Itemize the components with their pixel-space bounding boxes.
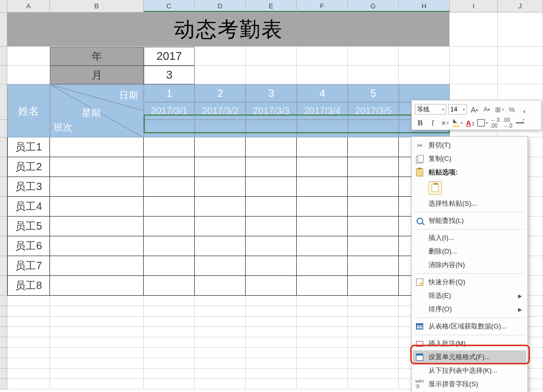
menu-quick-analysis[interactable]: 快速分析(Q): [413, 275, 526, 289]
fill-color-button[interactable]: ▾: [452, 118, 463, 128]
cell[interactable]: [297, 276, 348, 296]
cell[interactable]: [297, 296, 348, 306]
cell[interactable]: [246, 236, 297, 256]
cell[interactable]: [246, 217, 297, 236]
cell[interactable]: [50, 217, 144, 236]
cell[interactable]: [348, 327, 399, 337]
day-number[interactable]: 2: [195, 84, 246, 102]
cell[interactable]: [7, 306, 50, 317]
day-number[interactable]: 3: [246, 84, 297, 102]
cell[interactable]: [7, 348, 50, 358]
cell[interactable]: [297, 306, 348, 317]
cell[interactable]: [195, 256, 246, 276]
cell[interactable]: [50, 296, 144, 306]
col-header-I[interactable]: I: [450, 0, 498, 12]
paste-option-button[interactable]: [428, 181, 442, 195]
cell[interactable]: [297, 358, 348, 369]
cell[interactable]: [144, 379, 195, 389]
cell[interactable]: [50, 348, 144, 358]
cell[interactable]: [246, 358, 297, 369]
col-header-A[interactable]: A: [7, 0, 50, 12]
cell[interactable]: [348, 358, 399, 369]
cell[interactable]: [348, 256, 399, 276]
cell[interactable]: [144, 337, 195, 348]
format-painter-button[interactable]: [515, 118, 525, 128]
month-label[interactable]: 月: [50, 66, 144, 84]
select-all-corner[interactable]: [0, 0, 7, 12]
cell[interactable]: [246, 137, 297, 157]
cell[interactable]: [348, 157, 399, 177]
cell[interactable]: [50, 137, 144, 157]
day-number[interactable]: 5: [348, 84, 399, 102]
row-header[interactable]: [0, 327, 7, 337]
cell[interactable]: [246, 197, 297, 217]
cell[interactable]: [195, 379, 246, 389]
cell[interactable]: [50, 256, 144, 276]
year-value[interactable]: 2017: [144, 47, 195, 66]
cell[interactable]: [348, 236, 399, 256]
cell[interactable]: [348, 47, 399, 66]
cell[interactable]: [246, 47, 297, 66]
day-number[interactable]: 1: [144, 84, 195, 102]
date-cell[interactable]: 2017/3/1: [144, 102, 195, 120]
cell[interactable]: [498, 47, 543, 66]
cell[interactable]: [297, 137, 348, 157]
menu-sort[interactable]: 排序(O) ▶: [413, 302, 526, 316]
cell[interactable]: [498, 12, 543, 47]
cell[interactable]: [195, 66, 246, 84]
weekday-cell[interactable]: [195, 120, 246, 137]
employee-name[interactable]: 员工1: [7, 137, 50, 157]
cell[interactable]: [297, 217, 348, 236]
cell[interactable]: [297, 327, 348, 337]
cell[interactable]: [195, 358, 246, 369]
col-header-B[interactable]: B: [50, 0, 144, 12]
employee-name[interactable]: 员工4: [7, 197, 50, 217]
cell[interactable]: [7, 369, 50, 379]
col-header-C[interactable]: C: [144, 0, 195, 12]
cell[interactable]: [195, 306, 246, 317]
cell[interactable]: [50, 317, 144, 327]
cell[interactable]: [348, 137, 399, 157]
cell[interactable]: [50, 369, 144, 379]
cell[interactable]: [144, 177, 195, 197]
decrease-font-button[interactable]: A▾: [482, 104, 492, 115]
menu-show-pinyin[interactable]: wén字 显示拼音字段(S): [413, 377, 526, 391]
weekday-cell[interactable]: [297, 120, 348, 137]
cell[interactable]: [195, 327, 246, 337]
cell[interactable]: [50, 236, 144, 256]
date-cell[interactable]: 2017/3/5: [348, 102, 399, 120]
cell[interactable]: [348, 379, 399, 389]
cell[interactable]: [7, 337, 50, 348]
row-header[interactable]: [0, 348, 7, 358]
font-size-input[interactable]: 14▾: [448, 104, 467, 115]
row-header[interactable]: [0, 358, 7, 369]
row-header[interactable]: [0, 379, 7, 389]
cell[interactable]: [195, 348, 246, 358]
cell[interactable]: [50, 337, 144, 348]
cell[interactable]: [297, 197, 348, 217]
col-header-G[interactable]: G: [348, 0, 399, 12]
cell[interactable]: [195, 177, 246, 197]
cell[interactable]: [246, 66, 297, 84]
row-header[interactable]: [0, 12, 7, 47]
cell[interactable]: [50, 358, 144, 369]
cell[interactable]: [348, 66, 399, 84]
font-color-button[interactable]: A▾: [465, 118, 475, 128]
cell[interactable]: [246, 327, 297, 337]
cell[interactable]: [7, 66, 50, 84]
date-cell[interactable]: 2017/3/2: [195, 102, 246, 120]
cell[interactable]: [50, 379, 144, 389]
weekday-cell[interactable]: [348, 120, 399, 137]
cell[interactable]: [195, 47, 246, 66]
cell[interactable]: [348, 306, 399, 317]
cell[interactable]: [50, 276, 144, 296]
menu-paste-special[interactable]: 选择性粘贴(S)...: [413, 197, 526, 210]
cell[interactable]: [195, 296, 246, 306]
cell[interactable]: [297, 236, 348, 256]
col-header-D[interactable]: D: [195, 0, 246, 12]
month-value[interactable]: 3: [144, 66, 195, 84]
cell[interactable]: [144, 327, 195, 337]
comma-button[interactable]: ,: [519, 104, 529, 115]
cell[interactable]: [7, 379, 50, 389]
cell[interactable]: [195, 317, 246, 327]
